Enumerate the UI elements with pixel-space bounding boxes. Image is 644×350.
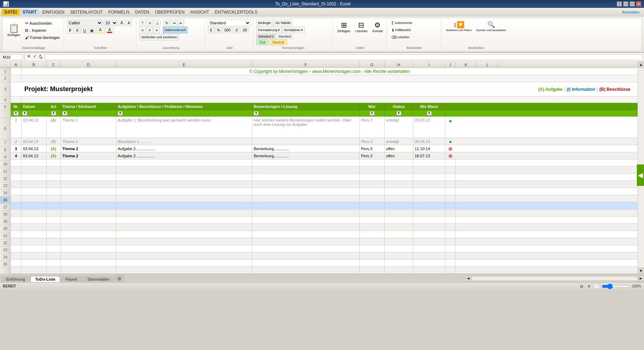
- row-num-12[interactable]: 12: [0, 175, 10, 182]
- cell-row12-col3[interactable]: [61, 174, 116, 181]
- search-btn[interactable]: 🔍 Suchen und Auswählen: [474, 20, 508, 38]
- confirm-formula-btn[interactable]: ✓: [32, 54, 38, 60]
- cell-row14-col2[interactable]: [47, 188, 61, 195]
- cell-row23-col8[interactable]: [413, 252, 445, 259]
- cell-row13-col8[interactable]: [413, 181, 445, 188]
- cell-row23-col0[interactable]: [11, 252, 21, 259]
- cell-row16-col6[interactable]: [360, 202, 385, 209]
- col-header-l[interactable]: L: [477, 61, 498, 68]
- cell-row15-col3[interactable]: [61, 195, 116, 202]
- cell-row18-col8[interactable]: [413, 217, 445, 223]
- cell-row24-col8[interactable]: [413, 260, 445, 266]
- cell-row11-col6[interactable]: [360, 167, 385, 173]
- loeschen2-btn[interactable]: ⌫ Löschen: [390, 34, 411, 40]
- einfuegen-button[interactable]: 📋 Einfügen: [5, 20, 23, 41]
- cell-row22-col9[interactable]: [445, 245, 455, 252]
- align-left-btn[interactable]: ≡: [139, 27, 146, 33]
- page-break-btn[interactable]: 📄: [593, 284, 600, 289]
- sidebar-arrow-right[interactable]: ◀: [637, 164, 644, 186]
- row-num-21[interactable]: 21: [0, 232, 10, 240]
- cell-row17-col2[interactable]: [47, 209, 61, 216]
- cell-art-4[interactable]: (A): [47, 152, 61, 159]
- header-thema[interactable]: Thema / Stichwort: [61, 103, 116, 110]
- cell-row11-col5[interactable]: [252, 167, 360, 173]
- verbinden-button[interactable]: Verbinden und zentrieren: [139, 34, 179, 40]
- cell-row22-col3[interactable]: [61, 245, 116, 252]
- cell-row24-col7[interactable]: [385, 260, 413, 266]
- cancel-formula-btn[interactable]: ✕: [26, 54, 31, 60]
- cell-status-4[interactable]: offen: [385, 152, 413, 159]
- cell-row12-col9[interactable]: [445, 174, 455, 181]
- cell-row20-col8[interactable]: [413, 231, 445, 238]
- neutral-style-btn[interactable]: Neutral: [269, 39, 287, 45]
- cell-row22-col8[interactable]: [413, 245, 445, 252]
- menu-entwicklertools[interactable]: ENTWICKLERTOOLS: [212, 9, 260, 15]
- cell-row13-col9[interactable]: [445, 181, 455, 188]
- insert-function-btn[interactable]: fx: [38, 54, 43, 60]
- row-num-20[interactable]: 20: [0, 225, 10, 232]
- cell-row12-col5[interactable]: [252, 174, 360, 181]
- row-num-7[interactable]: 7: [0, 139, 10, 147]
- cell-row11-col4[interactable]: [116, 167, 252, 173]
- formula-input[interactable]: [45, 54, 643, 60]
- cell-row13-col6[interactable]: [360, 181, 385, 188]
- cell-row13-col5[interactable]: [252, 181, 360, 188]
- cell-row19-col6[interactable]: [360, 224, 385, 231]
- bemerkungen-filter-arrow[interactable]: ▼: [254, 111, 259, 115]
- cell-row10-col4[interactable]: [116, 159, 252, 166]
- row-num-18[interactable]: 18: [0, 211, 10, 218]
- cell-icon-1[interactable]: ●: [445, 117, 455, 138]
- grid-area[interactable]: © Copyright by MeineVorlagen – www.Meine…: [11, 68, 638, 274]
- cell-row16-col1[interactable]: [21, 202, 47, 209]
- horizontal-scrollbar[interactable]: ◄ ►: [465, 274, 644, 282]
- font-color-button[interactable]: A: [105, 27, 114, 34]
- cell-row25-col2[interactable]: [47, 267, 61, 273]
- cell-row18-col2[interactable]: [47, 217, 61, 223]
- cell-row18-col7[interactable]: [385, 217, 413, 223]
- wer-filter-arrow[interactable]: ▼: [370, 111, 375, 115]
- sheet-tab-todo[interactable]: ToDo-Liste: [30, 276, 60, 282]
- cell-bemerkungen-4[interactable]: Bemerkung..............: [252, 152, 360, 159]
- indent-decrease-btn[interactable]: ⇤: [178, 20, 184, 26]
- cell-a4[interactable]: [11, 97, 21, 103]
- menu-datei[interactable]: DATEI: [1, 9, 20, 15]
- cell-row17-col5[interactable]: [252, 209, 360, 216]
- cell-row20-col0[interactable]: [11, 231, 21, 238]
- cell-row24-col9[interactable]: [445, 260, 455, 266]
- cell-row20-col3[interactable]: [61, 231, 116, 238]
- table-format-btn[interactable]: Als Tabelle: [273, 20, 292, 26]
- cell-row14-col7[interactable]: [385, 188, 413, 195]
- cell-row22-col4[interactable]: [116, 245, 252, 252]
- cell-row24-col3[interactable]: [61, 260, 116, 266]
- cells-format-btn[interactable]: ⚙ Format: [371, 20, 385, 34]
- cell-row16-col4[interactable]: [116, 202, 252, 209]
- cell-row14-col6[interactable]: [360, 188, 385, 195]
- cell-row14-col0[interactable]: [11, 188, 21, 195]
- cell-wer-4[interactable]: Pers.3: [360, 152, 385, 159]
- close-button[interactable]: ✕: [636, 1, 641, 6]
- cell-row17-col6[interactable]: [360, 209, 385, 216]
- header-wer[interactable]: Wer: [360, 103, 385, 110]
- cell-row17-col1[interactable]: [21, 209, 47, 216]
- cell-row21-col0[interactable]: [11, 238, 21, 245]
- text-direction-btn[interactable]: ↻: [164, 20, 170, 26]
- cell-row23-col1[interactable]: [21, 252, 47, 259]
- cell-row16-col8[interactable]: [413, 202, 445, 209]
- cell-bemerkungen-1[interactable]: Hier können weitere Bemerkungen notiert …: [252, 117, 360, 138]
- cell-status-2[interactable]: erledigt: [385, 138, 413, 145]
- cell-row21-col2[interactable]: [47, 238, 61, 245]
- cell-row25-col7[interactable]: [385, 267, 413, 273]
- scroll-up-btn[interactable]: ▲: [638, 61, 644, 68]
- sort-filter-btn[interactable]: ↕🔽 Sortieren und Filtern: [444, 20, 473, 38]
- format-btn2[interactable]: Formatierung ▾: [256, 27, 282, 33]
- cell-row17-col4[interactable]: [116, 209, 252, 216]
- row-num-22[interactable]: 22: [0, 240, 10, 247]
- cell-row24-col1[interactable]: [21, 260, 47, 266]
- art-filter-arrow[interactable]: ▼: [51, 111, 56, 115]
- cell-row25-col6[interactable]: [360, 267, 385, 273]
- scroll-bar-track[interactable]: [472, 276, 638, 281]
- cell-row25-col3[interactable]: [61, 267, 116, 273]
- subheader-nr-dropdown[interactable]: ▼: [11, 110, 21, 116]
- cell-row20-col9[interactable]: [445, 231, 455, 238]
- cell-icon-4[interactable]: ⊗: [445, 152, 455, 159]
